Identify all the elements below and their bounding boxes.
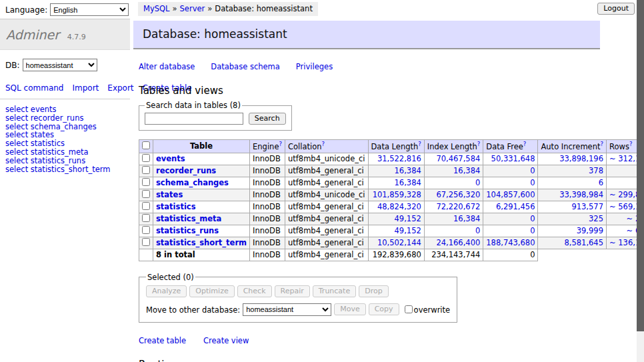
column-help-link[interactable]: ?: [279, 141, 282, 147]
sidebar-action-link[interactable]: SQL command: [5, 83, 63, 93]
column-help-link[interactable]: ?: [418, 141, 421, 147]
table-name-link[interactable]: states: [156, 190, 183, 199]
db-select[interactable]: homeassistant: [23, 59, 97, 71]
index-length-cell: 72,220,672: [424, 201, 483, 213]
index-length-cell-link[interactable]: 67,256,320: [436, 190, 480, 199]
auto-increment-cell-link[interactable]: 6: [599, 178, 603, 187]
data-length-cell-link[interactable]: 31,522,816: [377, 154, 421, 163]
index-length-cell-link[interactable]: 24,166,400: [436, 238, 480, 247]
total-index-length: 234,143,744: [424, 249, 483, 261]
row-checkbox[interactable]: [142, 202, 150, 210]
data-free-cell-link[interactable]: 0: [530, 214, 535, 223]
index-length-cell-link[interactable]: 16,384: [453, 214, 480, 223]
create-link[interactable]: Create table: [139, 336, 186, 345]
auto-increment-cell-link[interactable]: 33,398,984: [559, 190, 603, 199]
scrollbar-thumb[interactable]: [637, 0, 644, 331]
column-help-link[interactable]: ?: [322, 141, 325, 147]
index-length-cell-link[interactable]: 16,384: [453, 166, 480, 175]
data-length-cell-link[interactable]: 48,824,320: [377, 202, 421, 211]
search-button[interactable]: Search: [249, 113, 286, 125]
data-length-cell-link[interactable]: 16,384: [395, 178, 421, 187]
column-help-link[interactable]: ?: [523, 141, 527, 147]
auto-increment-cell-link[interactable]: 913,577: [571, 202, 603, 211]
data-free-cell-link[interactable]: 50,331,648: [491, 154, 535, 163]
sidebar-select-link[interactable]: select recorder_runs: [5, 114, 130, 123]
auto-increment-cell-link[interactable]: 8,581,645: [564, 238, 603, 247]
index-length-cell-link[interactable]: 0: [475, 178, 480, 187]
db-nav-link[interactable]: Alter database: [139, 62, 195, 71]
auto-increment-cell-link[interactable]: 378: [589, 166, 603, 175]
data-length-cell-link[interactable]: 10,502,144: [377, 238, 421, 247]
auto-increment-cell-link[interactable]: 325: [589, 214, 603, 223]
table-name-link[interactable]: statistics_short_term: [156, 238, 247, 247]
selected-action-button[interactable]: Drop: [359, 285, 388, 297]
overwrite-checkbox[interactable]: [405, 305, 413, 313]
selected-action-button[interactable]: Repair: [275, 285, 310, 297]
breadcrumb-mysql[interactable]: MySQL: [143, 4, 170, 13]
selected-action-button[interactable]: Check: [237, 285, 272, 297]
sidebar-select-link[interactable]: select statistics_meta: [5, 148, 130, 157]
auto-increment-cell: 8,581,645: [538, 237, 607, 249]
table-name-link[interactable]: statistics_meta: [156, 214, 221, 223]
column-help-link[interactable]: ?: [477, 141, 481, 147]
column-help-link[interactable]: ?: [629, 141, 633, 147]
selected-action-button[interactable]: Optimize: [189, 285, 234, 297]
engine-cell: InnoDB: [250, 189, 285, 201]
data-length-cell-link[interactable]: 101,859,328: [373, 190, 421, 199]
data-length-cell-link[interactable]: 49,152: [395, 214, 421, 223]
db-nav-link[interactable]: Privileges: [296, 62, 333, 71]
data-free-cell-link[interactable]: 188,743,680: [486, 238, 535, 247]
sidebar-select-link[interactable]: select statistics_runs: [5, 157, 130, 165]
move-copy-button[interactable]: Move: [334, 303, 366, 315]
table-name-link[interactable]: statistics: [156, 202, 196, 211]
create-link[interactable]: Create view: [203, 336, 249, 345]
data-free-cell-link[interactable]: 104,857,600: [486, 190, 535, 199]
data-free-cell: 6,291,456: [483, 201, 538, 213]
row-checkbox[interactable]: [142, 214, 150, 222]
sidebar-action-link[interactable]: Import: [72, 83, 99, 93]
auto-increment-cell-link[interactable]: 39,999: [577, 226, 603, 235]
table-name-link[interactable]: schema_changes: [156, 178, 229, 187]
sidebar-select-link[interactable]: select events: [5, 105, 130, 114]
logout-button[interactable]: Logout: [597, 3, 635, 15]
db-nav-link[interactable]: Database schema: [211, 62, 279, 71]
select-all-checkbox[interactable]: [142, 141, 150, 149]
data-length-cell-link[interactable]: 49,152: [395, 226, 421, 235]
table-name-link[interactable]: statistics_runs: [156, 226, 219, 235]
breadcrumb-server[interactable]: Server: [180, 4, 205, 13]
collation-cell: utf8mb4_unicode_ci: [285, 189, 368, 201]
index-length-cell: 16,384: [424, 213, 483, 225]
row-checkbox[interactable]: [142, 166, 150, 174]
row-checkbox[interactable]: [142, 154, 150, 162]
sidebar-action-link[interactable]: Export: [107, 83, 133, 93]
auto-increment-cell: 33,398,984: [538, 189, 607, 201]
data-free-cell-link[interactable]: 0: [530, 226, 535, 235]
index-length-cell-link[interactable]: 0: [475, 226, 480, 235]
data-length-cell: 16,384: [368, 165, 424, 177]
index-length-cell-link[interactable]: 70,467,584: [436, 154, 480, 163]
row-checkbox[interactable]: [142, 178, 150, 186]
selected-action-button[interactable]: Truncate: [313, 285, 356, 297]
sidebar-select-link[interactable]: select statistics_short_term: [5, 165, 130, 174]
data-free-cell-link[interactable]: 0: [530, 178, 535, 187]
table-name-link[interactable]: recorder_runs: [156, 166, 216, 175]
column-help-link[interactable]: ?: [600, 141, 603, 147]
move-database-select[interactable]: homeassistant: [243, 303, 331, 316]
selected-action-button[interactable]: Analyze: [146, 285, 187, 297]
move-copy-button[interactable]: Copy: [369, 303, 399, 315]
table-row: statesInnoDButf8mb4_unicode_ci101,859,32…: [139, 189, 644, 201]
column-header: Table: [153, 140, 250, 153]
table-name-link[interactable]: events: [156, 154, 185, 163]
auto-increment-cell-link[interactable]: 33,898,196: [559, 154, 603, 163]
row-checkbox[interactable]: [142, 226, 150, 234]
data-free-cell-link[interactable]: 0: [530, 166, 535, 175]
vertical-scrollbar[interactable]: [637, 0, 644, 362]
row-checkbox-cell: [139, 165, 153, 177]
data-length-cell-link[interactable]: 16,384: [395, 166, 421, 175]
row-checkbox[interactable]: [142, 190, 150, 198]
auto-increment-cell: 378: [538, 165, 607, 177]
row-checkbox[interactable]: [142, 238, 150, 246]
search-input[interactable]: [145, 113, 243, 125]
index-length-cell-link[interactable]: 72,220,672: [436, 202, 480, 211]
data-free-cell-link[interactable]: 6,291,456: [496, 202, 535, 211]
